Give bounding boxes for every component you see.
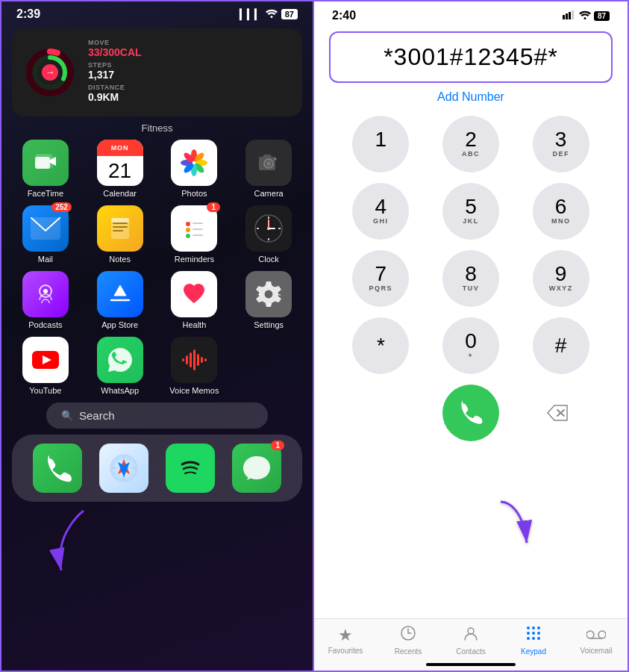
svg-rect-58 — [201, 357, 203, 363]
app-youtube[interactable]: YouTube — [12, 337, 79, 395]
fitness-label: Fitness — [1, 122, 313, 134]
app-reminders[interactable]: 1 Reminders — [161, 205, 228, 264]
dial-6[interactable]: 6 MNO — [533, 183, 589, 240]
svg-point-81 — [537, 626, 540, 629]
svg-point-88 — [586, 631, 594, 638]
svg-rect-56 — [193, 349, 195, 370]
dock-phone[interactable] — [33, 444, 82, 493]
right-phone: 2:40 87 *3001#12345#* A — [314, 0, 629, 672]
call-button[interactable] — [442, 385, 499, 441]
dial-1[interactable]: 1 — [352, 116, 409, 172]
app-appstore-label: App Store — [101, 320, 138, 329]
search-text: Search — [79, 409, 115, 422]
dial-2[interactable]: 2 ABC — [442, 116, 499, 172]
svg-text:→: → — [46, 66, 55, 78]
left-phone: 2:39 ▎▎▎ 87 → — [0, 0, 314, 672]
tab-keypad[interactable]: Keypad — [502, 625, 565, 656]
status-bar-right: 2:40 87 — [314, 1, 628, 25]
app-clock[interactable]: Clock — [235, 205, 302, 264]
dial-hash[interactable]: # — [533, 317, 589, 374]
left-status-icons: ▎▎▎ 87 — [240, 9, 298, 20]
app-whatsapp[interactable]: WhatsApp — [87, 337, 154, 395]
fitness-stats: MOVE 33/300CAL STEPS 1,317 DISTANCE 0.9K… — [88, 39, 290, 106]
delete-button[interactable] — [529, 385, 586, 441]
app-appstore[interactable]: App Store — [87, 271, 154, 329]
dial-5[interactable]: 5 JKL — [442, 183, 499, 240]
favourites-label: Favourites — [328, 647, 363, 655]
svg-rect-55 — [190, 352, 192, 367]
dial-4[interactable]: 4 GHI — [352, 183, 409, 240]
app-podcasts[interactable]: Podcasts — [12, 271, 79, 329]
right-wifi-icon — [579, 10, 591, 22]
dial-3[interactable]: 3 DEF — [533, 116, 589, 172]
mail-badge: 252 — [51, 202, 72, 212]
reminders-badge: 1 — [207, 202, 220, 212]
app-notes[interactable]: Notes — [87, 205, 154, 264]
dialer-number: *3001#12345#* — [345, 43, 596, 71]
svg-point-80 — [532, 626, 535, 629]
fitness-widget[interactable]: → MOVE 33/300CAL STEPS 1,317 DISTANCE 0.… — [12, 28, 302, 116]
app-mail[interactable]: 252 Mail — [12, 205, 79, 264]
dock: 1 — [12, 435, 302, 502]
app-podcasts-label: Podcasts — [28, 320, 62, 329]
search-icon: 🔍 — [61, 410, 73, 421]
voicemail-icon — [586, 626, 606, 645]
app-calendar[interactable]: MON 21 Calendar — [87, 140, 154, 198]
svg-point-85 — [527, 637, 530, 640]
right-status-icons: 87 — [563, 10, 610, 22]
tab-recents[interactable]: Recents — [377, 625, 439, 656]
svg-point-86 — [532, 637, 535, 640]
app-notes-label: Notes — [109, 255, 131, 264]
app-health-label: Health — [182, 320, 206, 329]
svg-rect-34 — [193, 228, 203, 230]
tab-voicemail[interactable]: Voicemail — [565, 626, 628, 655]
tab-favourites[interactable]: ★ Favourites — [314, 626, 377, 655]
svg-point-71 — [583, 17, 586, 19]
app-camera[interactable]: Camera — [235, 140, 302, 198]
svg-point-23 — [275, 158, 277, 161]
dial-9[interactable]: 9 WXYZ — [533, 250, 589, 307]
app-health[interactable]: Health — [161, 271, 228, 329]
tab-contacts[interactable]: Contacts — [439, 625, 502, 656]
wifi-icon — [266, 9, 278, 20]
app-camera-label: Camera — [254, 189, 284, 198]
app-whatsapp-label: WhatsApp — [101, 386, 139, 395]
dock-spotify[interactable] — [166, 444, 215, 493]
svg-rect-54 — [186, 355, 188, 364]
svg-rect-28 — [113, 230, 123, 231]
dock-safari[interactable] — [99, 444, 148, 493]
app-facetime-label: FaceTime — [28, 189, 64, 198]
dial-8[interactable]: 8 TUV — [442, 250, 499, 307]
right-signal-icon — [563, 10, 576, 22]
favourites-icon: ★ — [338, 626, 353, 645]
svg-point-0 — [270, 16, 272, 18]
dial-0[interactable]: 0 + — [442, 317, 499, 374]
search-bar[interactable]: 🔍 Search — [46, 402, 268, 429]
app-facetime[interactable]: FaceTime — [12, 140, 79, 198]
right-time: 2:40 — [332, 9, 356, 22]
dial-star[interactable]: * — [352, 317, 409, 374]
svg-point-46 — [43, 289, 48, 293]
dial-7[interactable]: 7 PQRS — [352, 250, 409, 307]
app-settings[interactable]: Settings — [235, 271, 302, 329]
recents-label: Recents — [395, 647, 422, 656]
svg-rect-26 — [113, 223, 128, 224]
svg-rect-9 — [35, 157, 50, 169]
svg-point-87 — [537, 637, 540, 640]
app-photos[interactable]: Photos — [161, 140, 228, 198]
dock-messages[interactable]: 1 — [232, 444, 281, 493]
svg-point-84 — [537, 632, 540, 635]
app-voicememos[interactable]: Voice Memos — [161, 337, 228, 395]
app-reminders-label: Reminders — [175, 255, 214, 264]
svg-rect-57 — [197, 354, 199, 366]
voicemail-label: Voicemail — [581, 647, 613, 655]
svg-rect-67 — [563, 15, 565, 19]
add-number-button[interactable]: Add Number — [314, 90, 628, 104]
arrow-right — [486, 494, 545, 557]
svg-point-50 — [265, 290, 273, 299]
svg-point-79 — [527, 626, 530, 629]
svg-rect-29 — [111, 218, 129, 223]
app-youtube-label: YouTube — [29, 386, 61, 395]
recents-icon — [400, 625, 416, 646]
home-indicator — [426, 663, 516, 666]
